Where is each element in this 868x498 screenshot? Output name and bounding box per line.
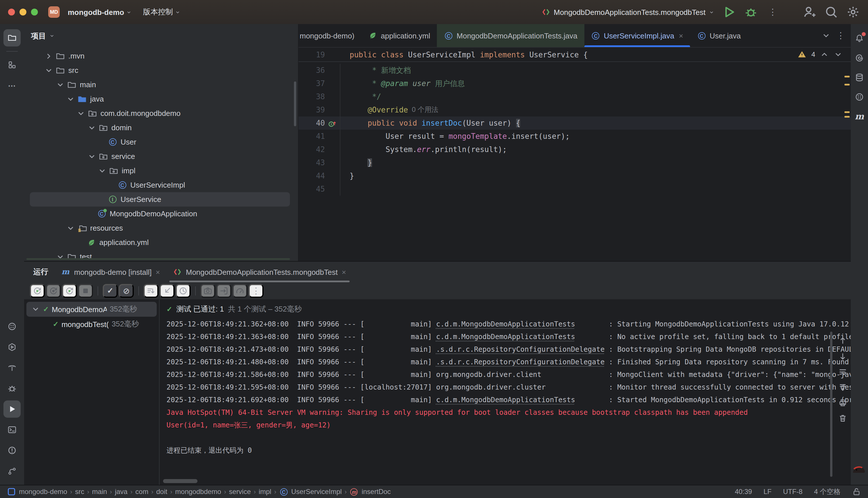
- tree-item[interactable]: main: [24, 77, 298, 92]
- breadcrumb-item[interactable]: mongodb-demo: [19, 488, 67, 496]
- close-tab-icon[interactable]: ×: [679, 31, 683, 40]
- inspections-widget[interactable]: 4: [798, 50, 851, 59]
- log-logger[interactable]: c.d.m.MongodbDemoApplicationTests: [436, 396, 575, 404]
- run-configuration-selector[interactable]: MongodbDemoApplicationTests.mongodbTest: [541, 8, 714, 17]
- tree-item[interactable]: com.doit.mongodbdemo: [24, 106, 298, 120]
- export-button[interactable]: [217, 284, 231, 298]
- breadcrumb-item[interactable]: main: [92, 488, 107, 496]
- status-widget[interactable]: UTF-8: [783, 488, 803, 496]
- tree-item[interactable]: .mvn: [24, 49, 298, 63]
- search-icon[interactable]: [824, 5, 838, 19]
- tree-item[interactable]: resources: [24, 221, 298, 235]
- test-tree-item[interactable]: ✓MongodbDemoA352毫秒: [26, 302, 157, 317]
- status-widget[interactable]: 4 个空格: [814, 487, 840, 497]
- log-logger[interactable]: .s.d.r.c.RepositoryConfigurationDelegate: [436, 358, 605, 366]
- sidebar-item-database[interactable]: [852, 70, 867, 85]
- soft-wrap-icon[interactable]: [838, 367, 847, 376]
- rerun-button[interactable]: [30, 284, 45, 298]
- code-line[interactable]: 45: [299, 182, 851, 196]
- run-tab[interactable]: MongodbDemoApplicationTests.mongodbTest×: [167, 262, 352, 282]
- code-line[interactable]: 37 * @param user 用户信息: [299, 77, 851, 90]
- code-line[interactable]: 44}: [299, 169, 851, 182]
- run-button[interactable]: [722, 5, 736, 19]
- code-line[interactable]: 42 System.err.println(result);: [299, 143, 851, 156]
- breadcrumb-item[interactable]: mongodbdemo: [175, 488, 221, 496]
- maximize-window-button[interactable]: [31, 9, 38, 15]
- sidebar-item-run[interactable]: [3, 401, 21, 418]
- console-output[interactable]: 2025-12-06T18:49:21.362+08:00 INFO 59966…: [167, 318, 851, 457]
- code-line[interactable]: 40 public void insertDoc(User user) {: [299, 117, 851, 130]
- clock-button[interactable]: [176, 284, 191, 298]
- sidebar-item-build[interactable]: [3, 359, 21, 376]
- project-panel-title[interactable]: 项目: [31, 31, 46, 41]
- close-window-button[interactable]: [8, 9, 15, 15]
- status-widget[interactable]: 40:39: [735, 488, 752, 496]
- minimize-window-button[interactable]: [20, 9, 26, 15]
- code-line[interactable]: 38 */: [299, 90, 851, 103]
- sidebar-item-debug[interactable]: [3, 380, 21, 397]
- skip-button[interactable]: ⊘: [119, 284, 134, 298]
- print-icon[interactable]: [838, 398, 847, 407]
- breadcrumb-item[interactable]: com: [135, 488, 148, 496]
- prev-warning-icon[interactable]: [820, 50, 829, 59]
- add-user-button[interactable]: [803, 5, 816, 19]
- sidebar-item-folder[interactable]: [3, 29, 21, 47]
- code-line[interactable]: 43 }: [299, 156, 851, 169]
- log-logger[interactable]: .s.d.r.c.RepositoryConfigurationDelegate: [436, 345, 605, 353]
- project-menu[interactable]: mongodb-demo: [64, 5, 135, 19]
- editor-tab[interactable]: mongodb-demo): [299, 24, 361, 47]
- tree-item[interactable]: CMongodbDemoApplication: [24, 207, 298, 221]
- tree-item[interactable]: java: [24, 92, 298, 106]
- tab-options-kebab-icon[interactable]: ⋮: [837, 30, 845, 41]
- breadcrumb-item[interactable]: insertDoc: [362, 488, 391, 496]
- sidebar-item-vcs[interactable]: [3, 462, 21, 480]
- code-line[interactable]: 36 * 新增文档: [299, 64, 851, 77]
- project-tree-scrollbar[interactable]: [294, 81, 296, 126]
- breadcrumb-item[interactable]: src: [75, 488, 84, 496]
- sidebar-item-bell[interactable]: [852, 31, 867, 46]
- close-tab-icon[interactable]: ×: [156, 268, 160, 276]
- sidebar-item-problems[interactable]: [3, 442, 21, 459]
- more-actions-button[interactable]: ⋮: [766, 5, 780, 19]
- clear-console-icon[interactable]: [838, 414, 847, 423]
- scroll-up-icon[interactable]: [838, 336, 847, 345]
- sidebar-item-more[interactable]: ⋯: [3, 77, 21, 94]
- tree-item[interactable]: application.yml: [24, 235, 298, 250]
- settings-gear-icon[interactable]: [846, 5, 860, 19]
- editor-tab[interactable]: application.yml: [361, 24, 437, 47]
- next-warning-icon[interactable]: [833, 50, 843, 59]
- jump-button[interactable]: [159, 284, 174, 298]
- tree-item[interactable]: CUserServiceImpl: [24, 178, 298, 192]
- check-button[interactable]: ✓: [103, 284, 118, 298]
- tree-item[interactable]: IUserService: [30, 192, 290, 207]
- breadcrumb-item[interactable]: doit: [156, 488, 167, 496]
- code-line[interactable]: 41 User result = mongoTemplate.insert(us…: [299, 130, 851, 143]
- editor-tab[interactable]: CUser.java: [690, 24, 748, 47]
- scroll-to-end-icon[interactable]: [838, 383, 847, 392]
- console-hscrollbar[interactable]: [163, 479, 197, 483]
- sidebar-item-ai[interactable]: [852, 51, 867, 65]
- test-console[interactable]: ✓ 测试 已通过: 1 共 1 个测试 – 352毫秒 2025-12-06T1…: [159, 300, 851, 485]
- console-vscrollbar[interactable]: [830, 332, 832, 477]
- editor-tab[interactable]: CUserServiceImpl.java×: [584, 24, 690, 47]
- test-tree-item[interactable]: ✓mongodbTest(352毫秒: [26, 317, 157, 332]
- scroll-down-icon[interactable]: [838, 352, 847, 361]
- tree-item[interactable]: CUser: [24, 135, 298, 149]
- sidebar-item-dots-circle[interactable]: [3, 318, 21, 335]
- tree-item[interactable]: src: [24, 63, 298, 77]
- debug-button[interactable]: [744, 5, 758, 19]
- rerun-auto-button[interactable]: [62, 284, 77, 298]
- kebab-button[interactable]: ⋮: [249, 284, 263, 298]
- sidebar-item-services[interactable]: [3, 339, 21, 356]
- hidden-tabs-chevron-icon[interactable]: [821, 31, 831, 40]
- breadcrumb-item[interactable]: impl: [259, 488, 271, 496]
- gauge-button[interactable]: [233, 284, 247, 298]
- tree-item[interactable]: service: [24, 149, 298, 163]
- lock-open-icon[interactable]: [852, 487, 861, 496]
- log-logger[interactable]: c.d.m.MongodbDemoApplicationTests: [436, 320, 575, 328]
- run-tab[interactable]: mmongodb-demo [install]×: [55, 262, 166, 282]
- camera-button[interactable]: [200, 284, 215, 298]
- rerun-failed-button[interactable]: [46, 284, 61, 298]
- project-tree-hscrollbar[interactable]: [26, 258, 290, 260]
- status-widget[interactable]: LF: [764, 488, 772, 496]
